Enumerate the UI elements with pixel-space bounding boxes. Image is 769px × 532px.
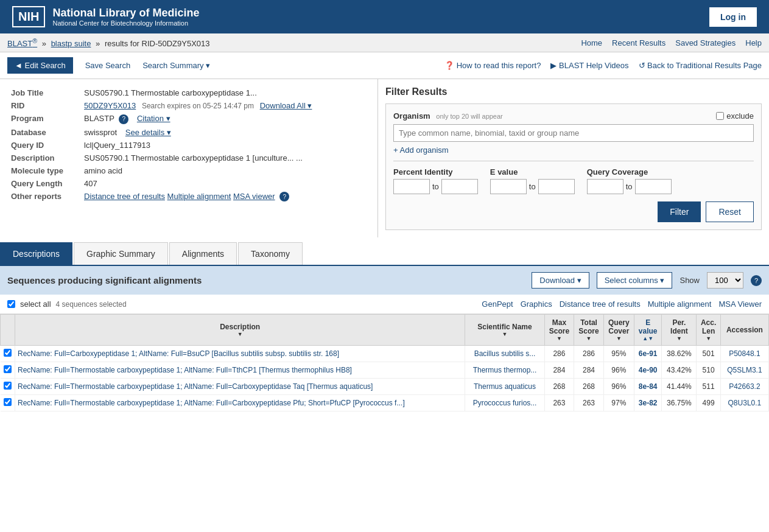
- nav-home[interactable]: Home: [581, 38, 602, 47]
- job-info-panel: Job Title SUS05790.1 Thermostable carbox…: [0, 79, 377, 237]
- percent-identity-to[interactable]: [441, 179, 478, 194]
- e-value-from[interactable]: [490, 179, 527, 194]
- row-total-score-0: 286: [574, 346, 604, 362]
- row-accession-1: Q5SLM3.1: [720, 362, 768, 379]
- see-details-link[interactable]: See details ▾: [125, 128, 171, 137]
- organism-input[interactable]: [393, 124, 754, 142]
- description-link-1[interactable]: RecName: Full=Thermostable carboxypeptid…: [18, 366, 352, 374]
- distance-tree-action-link[interactable]: Distance tree of results: [560, 299, 641, 309]
- search-summary-button[interactable]: Search Summary ▾: [142, 61, 210, 70]
- breadcrumb-bar: BLAST® » blastp suite » results for RID-…: [0, 33, 769, 52]
- description-link-3[interactable]: RecName: Full=Thermostable carboxypeptid…: [18, 399, 405, 407]
- nav-help[interactable]: Help: [745, 38, 762, 47]
- rid-link[interactable]: 50DZ9Y5X013: [84, 101, 136, 110]
- row-checkbox-cell: [1, 362, 15, 379]
- percent-identity-label: Percent Identity: [393, 167, 478, 177]
- percent-identity-from[interactable]: [393, 179, 430, 194]
- query-length-row: Query Length 407: [7, 177, 370, 190]
- organism-note: only top 20 will appear: [436, 113, 502, 120]
- row-accession-0: P50848.1: [720, 346, 768, 362]
- row-checkbox-cell: [1, 395, 15, 411]
- msa-viewer-action-link[interactable]: MSA Viewer: [718, 299, 762, 309]
- results-help-icon[interactable]: ?: [751, 275, 762, 286]
- login-button[interactable]: Log in: [709, 7, 757, 27]
- th-e-value[interactable]: Evalue ▲▼: [634, 315, 662, 346]
- scientific-name-link-1[interactable]: Thermus thermop...: [473, 366, 537, 374]
- add-organism-row: + Add organism: [393, 145, 754, 155]
- download-all-link[interactable]: Download All ▾: [260, 101, 312, 110]
- tab-taxonomy[interactable]: Taxonomy: [238, 242, 303, 265]
- filter-button[interactable]: Filter: [658, 201, 701, 222]
- other-reports-label: Other reports: [7, 190, 80, 204]
- reset-button[interactable]: Reset: [706, 201, 754, 222]
- th-query-cover[interactable]: QueryCover ▼: [603, 315, 634, 346]
- row-checkbox-0[interactable]: [4, 349, 12, 357]
- sequences-selected: 4 sequences selected: [56, 300, 127, 309]
- tab-alignments[interactable]: Alignments: [169, 242, 237, 265]
- results-controls: Download ▾ Select columns ▾ Show 10 50 1…: [532, 272, 762, 289]
- add-organism-link[interactable]: + Add organism: [393, 145, 449, 155]
- how-to-read-link[interactable]: ❓ How to read this report?: [444, 61, 541, 70]
- th-per-ident[interactable]: Per.Ident ▼: [662, 315, 697, 346]
- blast-help-videos-link[interactable]: ▶ BLAST Help Videos: [550, 61, 628, 70]
- row-checkbox-3[interactable]: [4, 398, 12, 406]
- distance-tree-link[interactable]: Distance tree of results: [84, 192, 165, 201]
- query-coverage-from[interactable]: [587, 179, 623, 194]
- th-acc-len[interactable]: Acc.Len ▼: [697, 315, 720, 346]
- row-checkbox-2[interactable]: [4, 382, 12, 390]
- accession-link-2[interactable]: P42663.2: [729, 382, 760, 391]
- edit-search-button[interactable]: ◄ Edit Search: [7, 57, 73, 74]
- accession-link-3[interactable]: Q8U3L0.1: [728, 399, 762, 407]
- show-select[interactable]: 10 50 100 250 500: [707, 272, 743, 289]
- th-total-score[interactable]: TotalScore ▼: [574, 315, 604, 346]
- molecule-value: amino acid: [80, 164, 370, 177]
- nav-recent-results[interactable]: Recent Results: [612, 38, 665, 47]
- accession-link-1[interactable]: Q5SLM3.1: [727, 366, 762, 374]
- multiple-alignment-action-link[interactable]: Multiple alignment: [648, 299, 712, 309]
- exclude-checkbox[interactable]: [716, 112, 724, 120]
- genpept-link[interactable]: GenPept: [482, 299, 513, 309]
- row-scientific-name-3: Pyrococcus furios...: [465, 395, 544, 411]
- blastp-link[interactable]: blastp suite: [51, 39, 91, 48]
- tab-descriptions[interactable]: Descriptions: [0, 242, 72, 265]
- row-max-score-0: 286: [544, 346, 574, 362]
- th-description[interactable]: Description ▼: [15, 315, 465, 346]
- nav-saved-strategies[interactable]: Saved Strategies: [675, 38, 736, 47]
- th-scientific-name[interactable]: Scientific Name ▼: [465, 315, 544, 346]
- query-coverage-to[interactable]: [635, 179, 672, 194]
- e-value-to[interactable]: [538, 179, 575, 194]
- msa-viewer-link[interactable]: MSA viewer: [233, 192, 275, 201]
- rid-value: 50DZ9Y5X013 Search expires on 05-25 14:4…: [80, 99, 370, 112]
- multiple-alignment-link[interactable]: Multiple alignment: [167, 192, 231, 201]
- row-query-cover-3: 97%: [603, 395, 634, 411]
- select-all-label: select all: [20, 299, 51, 309]
- blast-link[interactable]: BLAST®: [7, 39, 37, 48]
- scientific-name-link-0[interactable]: Bacillus subtilis s...: [474, 349, 536, 358]
- description-link-0[interactable]: RecName: Full=Carboxypeptidase 1; AltNam…: [18, 349, 339, 358]
- query-length-label: Query Length: [7, 177, 80, 190]
- table-row: RecName: Full=Carboxypeptidase 1; AltNam…: [1, 346, 769, 362]
- row-description-3: RecName: Full=Thermostable carboxypeptid…: [15, 395, 465, 411]
- row-accession-3: Q8U3L0.1: [720, 395, 768, 411]
- row-acc-len-2: 511: [697, 379, 720, 395]
- site-header: NIH National Library of Medicine Nationa…: [0, 0, 769, 33]
- accession-link-0[interactable]: P50848.1: [729, 349, 760, 358]
- th-max-score[interactable]: MaxScore ▼: [544, 315, 574, 346]
- row-description-0: RecName: Full=Carboxypeptidase 1; AltNam…: [15, 346, 465, 362]
- download-button[interactable]: Download ▾: [532, 272, 589, 289]
- tab-graphic-summary[interactable]: Graphic Summary: [74, 242, 168, 265]
- row-total-score-3: 263: [574, 395, 604, 411]
- save-search-button[interactable]: Save Search: [85, 61, 130, 70]
- select-columns-button[interactable]: Select columns ▾: [597, 272, 673, 289]
- scientific-name-link-2[interactable]: Thermus aquaticus: [474, 382, 536, 391]
- description-link-2[interactable]: RecName: Full=Thermostable carboxypeptid…: [18, 382, 373, 391]
- row-checkbox-1[interactable]: [4, 365, 12, 373]
- citation-link[interactable]: Citation ▾: [137, 114, 170, 123]
- scientific-name-link-3[interactable]: Pyrococcus furios...: [473, 399, 537, 407]
- row-e-value-3: 3e-82: [634, 395, 662, 411]
- select-all-checkbox[interactable]: [7, 300, 15, 308]
- back-traditional-link[interactable]: ↺ Back to Traditional Results Page: [639, 61, 762, 70]
- filter-buttons: Filter Reset: [393, 201, 754, 222]
- other-reports-value: Distance tree of results Multiple alignm…: [80, 190, 370, 204]
- graphics-link[interactable]: Graphics: [521, 299, 552, 309]
